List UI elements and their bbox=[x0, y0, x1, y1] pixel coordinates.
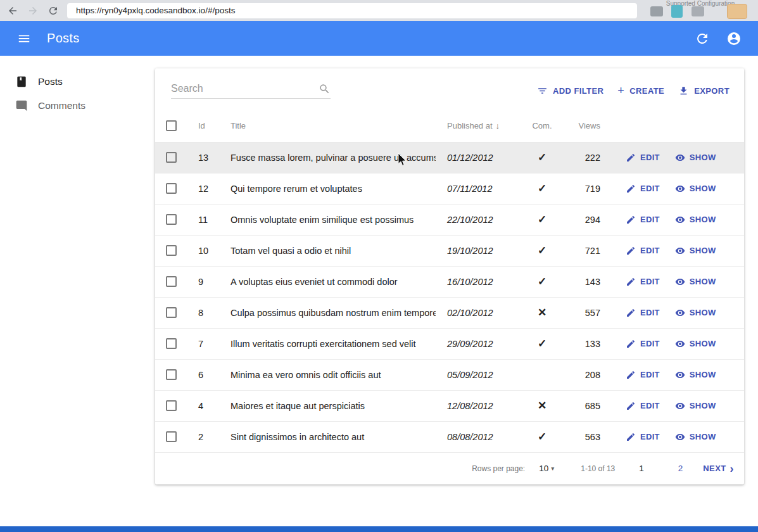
header-published-at-label: Published at bbox=[447, 121, 493, 130]
commentable-icon: ✓ bbox=[518, 235, 566, 266]
post-title: Totam vel quasi a odio et nihil bbox=[219, 235, 436, 266]
show-button[interactable]: SHOW bbox=[671, 243, 720, 258]
post-id: 10 bbox=[190, 235, 219, 266]
edit-button[interactable]: EDIT bbox=[622, 398, 664, 414]
commentable-icon: ✓ bbox=[518, 421, 566, 452]
edit-button-label: EDIT bbox=[640, 184, 660, 193]
browser-refresh-icon[interactable] bbox=[47, 4, 60, 17]
edit-button[interactable]: EDIT bbox=[622, 150, 664, 165]
export-button[interactable]: EXPORT bbox=[671, 80, 736, 101]
post-published-at: 07/11/2012 bbox=[436, 173, 518, 204]
refresh-icon[interactable] bbox=[695, 31, 710, 46]
show-button[interactable]: SHOW bbox=[671, 305, 720, 320]
show-button-label: SHOW bbox=[690, 153, 716, 162]
plus-icon: + bbox=[617, 86, 624, 95]
account-avatar-icon[interactable] bbox=[726, 31, 742, 46]
edit-button-label: EDIT bbox=[640, 401, 660, 410]
post-title: Maiores et itaque aut perspiciatis bbox=[219, 390, 436, 421]
show-button-label: SHOW bbox=[690, 432, 716, 441]
row-checkbox[interactable] bbox=[166, 183, 177, 194]
post-id: 13 bbox=[190, 142, 219, 173]
page-button-2[interactable]: 2 bbox=[668, 459, 693, 478]
show-button-label: SHOW bbox=[690, 339, 716, 348]
header-published-at[interactable]: Published at ↓ bbox=[436, 110, 518, 142]
sidebar-item-comments[interactable]: Comments bbox=[0, 94, 155, 118]
show-button[interactable]: SHOW bbox=[671, 367, 720, 383]
header-views[interactable]: Views bbox=[566, 110, 607, 142]
sidebar-item-posts[interactable]: Posts bbox=[0, 70, 155, 94]
show-button[interactable]: SHOW bbox=[671, 150, 720, 165]
search-icon bbox=[319, 83, 331, 95]
post-views: 133 bbox=[566, 328, 607, 359]
row-checkbox[interactable] bbox=[166, 431, 177, 442]
eye-icon bbox=[675, 277, 685, 287]
show-button[interactable]: SHOW bbox=[671, 212, 720, 227]
row-checkbox[interactable] bbox=[166, 338, 177, 349]
post-views: 143 bbox=[566, 266, 607, 297]
edit-button[interactable]: EDIT bbox=[622, 243, 664, 258]
edit-button-label: EDIT bbox=[640, 308, 660, 317]
row-checkbox[interactable] bbox=[166, 400, 177, 411]
pencil-icon bbox=[626, 432, 636, 442]
post-published-at: 05/09/2012 bbox=[436, 359, 518, 390]
header-com[interactable]: Com. bbox=[518, 110, 566, 142]
edit-button[interactable]: EDIT bbox=[622, 274, 664, 289]
pencil-icon bbox=[626, 184, 636, 194]
show-button[interactable]: SHOW bbox=[671, 181, 720, 196]
extension-icon[interactable] bbox=[650, 6, 663, 16]
rows-per-page-select[interactable]: 10 ▾ bbox=[539, 464, 554, 473]
search-input[interactable] bbox=[171, 83, 319, 94]
post-views: 721 bbox=[566, 235, 607, 266]
menu-icon[interactable] bbox=[16, 31, 32, 46]
next-label: NEXT bbox=[703, 464, 726, 473]
table-row: 10 Totam vel quasi a odio et nihil 19/10… bbox=[155, 235, 744, 266]
show-button[interactable]: SHOW bbox=[671, 274, 720, 289]
edit-button[interactable]: EDIT bbox=[622, 305, 664, 320]
show-button[interactable]: SHOW bbox=[671, 429, 720, 445]
create-button[interactable]: + CREATE bbox=[610, 81, 671, 101]
commentable-icon bbox=[518, 359, 566, 390]
table-row: 8 Culpa possimus quibusdam nostrum enim … bbox=[155, 297, 744, 328]
post-title: Fusce massa lorem, pulvinar a posuere ut… bbox=[219, 142, 436, 173]
eye-icon bbox=[675, 246, 685, 256]
edit-button[interactable]: EDIT bbox=[622, 212, 664, 227]
posts-table: Id Title Published at ↓ Com. Views bbox=[155, 110, 744, 453]
extension-icon[interactable] bbox=[692, 6, 704, 16]
header-title[interactable]: Title bbox=[219, 110, 436, 142]
show-button[interactable]: SHOW bbox=[671, 336, 720, 352]
commentable-icon: ✓ bbox=[518, 173, 566, 204]
forward-icon[interactable] bbox=[27, 4, 39, 17]
pagination-bar: Rows per page: 10 ▾ 1-10 of 13 1 2 NEXT … bbox=[155, 453, 744, 484]
address-bar[interactable]: https://ryn0y4pxlq.codesandbox.io/#/post… bbox=[67, 3, 637, 18]
eye-icon bbox=[675, 308, 685, 318]
row-checkbox[interactable] bbox=[166, 276, 177, 287]
post-views: 208 bbox=[566, 359, 607, 390]
row-checkbox[interactable] bbox=[166, 152, 177, 163]
comments-icon bbox=[15, 99, 28, 112]
next-page-button[interactable]: NEXT › bbox=[703, 464, 734, 473]
row-checkbox[interactable] bbox=[166, 245, 177, 256]
edit-button[interactable]: EDIT bbox=[622, 367, 664, 383]
eye-icon bbox=[675, 432, 685, 442]
sidebar-item-label: Comments bbox=[38, 100, 85, 111]
back-icon[interactable] bbox=[6, 4, 19, 17]
extension-icon[interactable] bbox=[727, 4, 747, 19]
edit-button[interactable]: EDIT bbox=[622, 181, 664, 196]
post-views: 685 bbox=[566, 390, 607, 421]
table-row: 6 Minima ea vero omnis odit officiis aut… bbox=[155, 359, 744, 390]
browser-chrome: https://ryn0y4pxlq.codesandbox.io/#/post… bbox=[0, 0, 758, 21]
header-id[interactable]: Id bbox=[190, 110, 219, 142]
post-title: Omnis voluptate enim similique est possi… bbox=[219, 204, 436, 235]
page-button-1[interactable]: 1 bbox=[629, 459, 654, 478]
row-checkbox[interactable] bbox=[166, 369, 177, 380]
edit-button[interactable]: EDIT bbox=[622, 429, 664, 445]
row-checkbox[interactable] bbox=[166, 307, 177, 318]
edit-button[interactable]: EDIT bbox=[622, 336, 664, 352]
select-all-checkbox[interactable] bbox=[166, 120, 177, 131]
add-filter-button[interactable]: ADD FILTER bbox=[530, 80, 610, 101]
extension-icon[interactable] bbox=[671, 5, 683, 18]
show-button[interactable]: SHOW bbox=[671, 398, 720, 414]
row-checkbox[interactable] bbox=[166, 214, 177, 225]
posts-table-body: 13 Fusce massa lorem, pulvinar a posuere… bbox=[155, 142, 744, 452]
eye-icon bbox=[675, 339, 685, 349]
